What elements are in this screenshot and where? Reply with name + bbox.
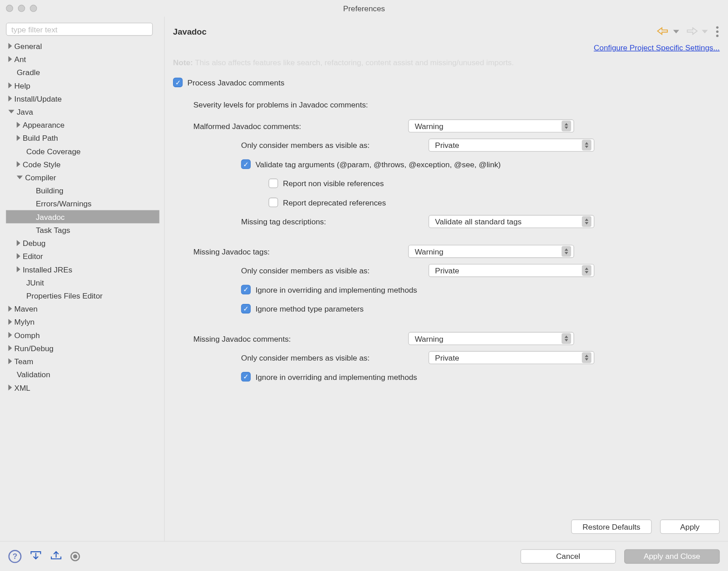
configure-project-link[interactable]: Configure Project Specific Settings... <box>594 43 719 52</box>
chevron-right-icon <box>9 319 12 325</box>
select-stepper-icon <box>562 246 571 257</box>
dialog-footer: ? Cancel Apply and Close <box>0 541 728 571</box>
malformed-label: Malformed Javadoc comments: <box>193 121 408 130</box>
tree-installed-jres[interactable]: Installed JREs <box>6 263 159 276</box>
chevron-right-icon <box>9 306 12 312</box>
tree-editor[interactable]: Editor <box>6 250 159 263</box>
tree-team[interactable]: Team <box>6 355 159 368</box>
sidebar: General Ant Gradle Help Install/Update J… <box>0 17 164 541</box>
tree-build-path[interactable]: Build Path <box>6 131 159 144</box>
chevron-down-icon <box>9 110 14 113</box>
tree-gradle[interactable]: Gradle <box>6 66 159 79</box>
tree-appearance[interactable]: Appearance <box>6 118 159 131</box>
report-non-visible-row: Report non visible references <box>269 174 720 192</box>
cancel-button[interactable]: Cancel <box>520 549 616 563</box>
malformed-row: Malformed Javadoc comments: Warning <box>193 116 719 135</box>
report-non-visible-label: Report non visible references <box>283 179 384 188</box>
ignore-method-type-checkbox[interactable] <box>241 304 251 313</box>
report-non-visible-checkbox[interactable] <box>269 178 278 188</box>
nav-forward-icon <box>685 26 698 37</box>
select-stepper-icon <box>562 333 571 344</box>
tree-java[interactable]: Java <box>6 105 159 118</box>
tree-properties-files-editor[interactable]: Properties Files Editor <box>6 289 159 302</box>
process-javadoc-row: Process Javadoc comments <box>173 75 719 89</box>
tree-ant[interactable]: Ant <box>6 53 159 66</box>
tree-general[interactable]: General <box>6 40 159 53</box>
menu-dots-icon[interactable] <box>714 26 719 37</box>
nav-back-dropdown-icon[interactable] <box>673 30 679 33</box>
tree-javadoc[interactable]: Javadoc <box>6 210 159 223</box>
missing-comments-visibility-select[interactable]: Private <box>429 351 595 364</box>
filter-input[interactable] <box>6 22 153 36</box>
validate-tag-args-row: Validate tag arguments (@param, @throws,… <box>241 155 720 174</box>
tree-compiler[interactable]: Compiler <box>6 171 159 184</box>
ignore-overriding-label-1: Ignore in overriding and implementing me… <box>255 285 417 294</box>
ignore-method-type-row: Ignore method type parameters <box>241 299 720 318</box>
tree-oomph[interactable]: Oomph <box>6 328 159 341</box>
process-javadoc-checkbox[interactable] <box>173 78 182 87</box>
select-stepper-icon <box>582 140 591 151</box>
select-stepper-icon <box>582 216 591 227</box>
chevron-right-icon <box>9 358 12 364</box>
export-prefs-icon[interactable] <box>50 549 62 563</box>
oomph-recorder-icon[interactable] <box>71 551 80 561</box>
footer-right: Cancel Apply and Close <box>520 549 720 563</box>
process-javadoc-label: Process Javadoc comments <box>187 78 284 87</box>
nav-icons <box>657 26 720 37</box>
tree-task-tags[interactable]: Task Tags <box>6 223 159 236</box>
ignore-overriding-row-2: Ignore in overriding and implementing me… <box>241 367 720 386</box>
note-text: Note: This also affects features like se… <box>173 58 719 67</box>
apply-button[interactable]: Apply <box>660 519 720 534</box>
footer-left: ? <box>9 549 80 563</box>
help-icon[interactable]: ? <box>9 549 22 562</box>
nav-forward-dropdown-icon <box>702 30 708 33</box>
nav-back-icon[interactable] <box>657 26 670 37</box>
tree-validation[interactable]: Validation <box>6 368 159 381</box>
tree-help[interactable]: Help <box>6 79 159 92</box>
chevron-right-icon <box>9 384 12 390</box>
tree-code-style[interactable]: Code Style <box>6 158 159 171</box>
report-deprecated-row: Report deprecated references <box>269 193 720 212</box>
tree-code-coverage[interactable]: Code Coverage <box>6 144 159 157</box>
select-stepper-icon <box>582 352 591 363</box>
tree-errors-warnings[interactable]: Errors/Warnings <box>6 197 159 210</box>
main-header: Javadoc <box>173 22 719 40</box>
tree-xml[interactable]: XML <box>6 381 159 394</box>
missing-tag-desc-select[interactable]: Validate all standard tags <box>429 215 595 228</box>
content: Process Javadoc comments Severity levels… <box>173 75 719 392</box>
report-deprecated-label: Report deprecated references <box>283 198 386 207</box>
chevron-right-icon <box>17 266 20 272</box>
apply-and-close-button[interactable]: Apply and Close <box>624 549 719 563</box>
missing-tags-visibility-select[interactable]: Private <box>429 264 595 277</box>
only-consider-label-2: Only consider members as visible as: <box>241 266 429 275</box>
titlebar: Preferences <box>0 0 728 17</box>
tree-mylyn[interactable]: Mylyn <box>6 315 159 328</box>
restore-defaults-button[interactable]: Restore Defaults <box>571 519 652 534</box>
only-consider-label: Only consider members as visible as: <box>241 141 429 150</box>
ignore-overriding-checkbox-1[interactable] <box>241 285 251 294</box>
import-prefs-icon[interactable] <box>30 549 42 563</box>
missing-tags-label: Missing Javadoc tags: <box>193 247 408 256</box>
chevron-right-icon <box>9 43 12 49</box>
chevron-right-icon <box>17 161 20 167</box>
chevron-right-icon <box>17 253 20 259</box>
tree-building[interactable]: Building <box>6 184 159 197</box>
ignore-overriding-checkbox-2[interactable] <box>241 372 251 381</box>
tree-run-debug[interactable]: Run/Debug <box>6 342 159 355</box>
page-buttons: Restore Defaults Apply <box>173 515 719 541</box>
missing-comments-select[interactable]: Warning <box>408 332 574 345</box>
tree-install-update[interactable]: Install/Update <box>6 92 159 105</box>
missing-comments-row: Missing Javadoc comments: Warning <box>193 329 719 348</box>
preferences-window: Preferences General Ant Gradle Help Inst… <box>0 0 728 571</box>
malformed-select[interactable]: Warning <box>408 120 574 133</box>
tree-maven[interactable]: Maven <box>6 302 159 315</box>
chevron-right-icon <box>17 240 20 246</box>
tree-junit[interactable]: JUnit <box>6 276 159 289</box>
malformed-visibility-select[interactable]: Private <box>429 138 595 152</box>
select-stepper-icon <box>562 120 571 131</box>
report-deprecated-checkbox[interactable] <box>269 198 278 207</box>
tree-debug[interactable]: Debug <box>6 236 159 250</box>
missing-tags-row: Missing Javadoc tags: Warning <box>193 242 719 261</box>
validate-tag-args-checkbox[interactable] <box>241 160 251 169</box>
missing-tags-select[interactable]: Warning <box>408 245 574 258</box>
